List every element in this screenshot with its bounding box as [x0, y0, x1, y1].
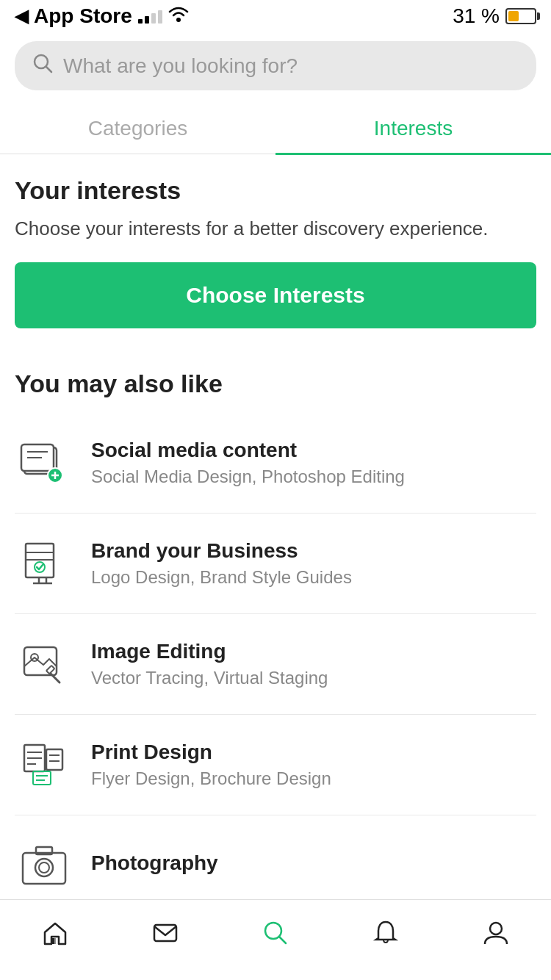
list-item-title: Image Editing [91, 640, 328, 663]
search-nav-icon [262, 919, 289, 954]
signal-icon [138, 9, 162, 24]
content-area: Your interests Choose your interests for… [0, 154, 551, 915]
carrier-name: App Store [34, 4, 132, 28]
main-content: Your interests Choose your interests for… [0, 154, 551, 980]
nav-notifications[interactable] [331, 919, 441, 954]
list-item-title: Print Design [91, 741, 331, 764]
list-item[interactable]: Social media content Social Media Design… [15, 413, 536, 514]
nav-search[interactable] [220, 919, 331, 954]
svg-point-40 [490, 923, 502, 934]
list-item-subtitle: Vector Tracing, Virtual Staging [91, 668, 328, 688]
interests-description: Choose your interests for a better disco… [15, 215, 536, 242]
svg-rect-20 [46, 666, 54, 674]
list-item-title: Photography [91, 851, 218, 875]
wifi-icon [168, 6, 189, 26]
brand-business-icon [15, 534, 73, 593]
list-item[interactable]: Brand your Business Logo Design, Brand S… [15, 514, 536, 614]
svg-line-2 [46, 67, 51, 72]
nav-home[interactable] [0, 919, 110, 954]
search-icon [32, 53, 53, 79]
battery-icon [505, 8, 536, 24]
svg-rect-28 [33, 771, 51, 785]
list-item[interactable]: Image Editing Vector Tracing, Virtual St… [15, 614, 536, 715]
bottom-navigation [0, 899, 551, 980]
nav-profile[interactable] [441, 919, 551, 954]
list-item-title: Brand your Business [91, 539, 352, 563]
list-item-subtitle: Logo Design, Brand Style Guides [91, 567, 352, 588]
svg-point-0 [176, 18, 181, 22]
social-media-icon [15, 433, 73, 492]
svg-rect-25 [46, 749, 62, 770]
search-placeholder: What are you looking for? [63, 54, 298, 78]
interests-header: Your interests Choose your interests for… [15, 154, 536, 362]
search-bar[interactable]: What are you looking for? [15, 41, 536, 90]
home-icon [41, 919, 69, 954]
list-item-subtitle: Flyer Design, Brochure Design [91, 768, 331, 789]
print-design-icon [15, 735, 73, 794]
svg-point-32 [35, 859, 53, 876]
messages-icon [151, 919, 179, 954]
tab-categories[interactable]: Categories [0, 99, 276, 154]
may-also-like-title: You may also like [15, 362, 536, 413]
choose-interests-button[interactable]: Choose Interests [15, 262, 536, 328]
photography-icon [15, 836, 73, 895]
svg-rect-35 [51, 938, 54, 944]
interests-title: Your interests [15, 176, 536, 205]
list-item[interactable]: Print Design Flyer Design, Brochure Desi… [15, 715, 536, 815]
svg-rect-37 [154, 925, 176, 941]
svg-point-33 [39, 862, 49, 873]
list-item-subtitle: Social Media Design, Photoshop Editing [91, 466, 405, 487]
battery-info: 31 % [453, 4, 536, 28]
search-container: What are you looking for? [0, 32, 551, 99]
tabs: Categories Interests [0, 99, 551, 154]
image-editing-icon [15, 635, 73, 693]
back-arrow-icon: ◀ [15, 6, 28, 26]
carrier-info: ◀ App Store [15, 4, 189, 28]
tab-active-indicator [276, 153, 551, 155]
svg-rect-31 [23, 853, 65, 884]
list-item-title: Social media content [91, 439, 405, 462]
profile-icon [482, 919, 510, 954]
tab-interests[interactable]: Interests [276, 99, 551, 154]
nav-messages[interactable] [110, 919, 220, 954]
battery-percent: 31 % [453, 4, 500, 28]
status-bar: ◀ App Store 31 % [0, 0, 551, 32]
notifications-icon [372, 919, 400, 954]
svg-line-39 [279, 937, 286, 943]
